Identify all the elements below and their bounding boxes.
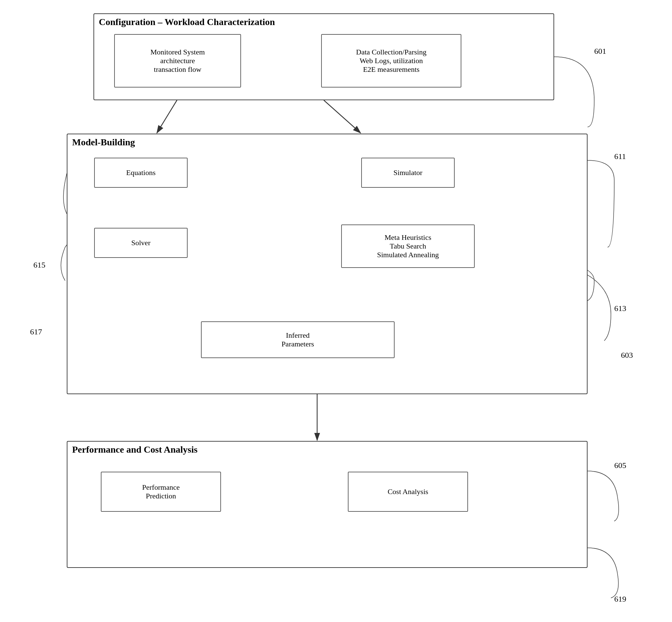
ref-601: 601: [594, 47, 606, 56]
ref-613: 613: [614, 304, 626, 313]
meta-text: Meta HeuristicsTabu SearchSimulated Anne…: [377, 233, 439, 259]
monitored-system-text: Monitored Systemarchitecturetransaction …: [150, 48, 204, 74]
meta-heuristics-box: Meta HeuristicsTabu SearchSimulated Anne…: [341, 224, 475, 268]
diagram-container: Configuration – Workload Characterizatio…: [27, 13, 648, 608]
monitored-system-box: Monitored Systemarchitecturetransaction …: [114, 34, 241, 88]
svg-line-2: [157, 100, 177, 133]
performance-prediction-box: PerformancePrediction: [101, 472, 221, 512]
config-box-title: Configuration – Workload Characterizatio…: [94, 14, 554, 29]
data-collection-text: Data Collection/ParsingWeb Logs, utiliza…: [356, 48, 426, 74]
simulator-box: Simulator: [361, 158, 455, 188]
solver-text: Solver: [131, 239, 150, 247]
equations-text: Equations: [126, 168, 156, 177]
equations-box: Equations: [94, 158, 188, 188]
perf-prediction-text: PerformancePrediction: [142, 483, 180, 500]
inferred-parameters-box: InferredParameters: [201, 321, 395, 358]
config-workload-box: Configuration – Workload Characterizatio…: [94, 13, 554, 100]
ref-603: 603: [621, 351, 633, 360]
ref-615: 615: [33, 261, 45, 270]
cost-analysis-box: Cost Analysis: [348, 472, 468, 512]
perf-box-title: Performance and Cost Analysis: [67, 442, 587, 456]
svg-line-3: [324, 100, 361, 133]
data-collection-box: Data Collection/ParsingWeb Logs, utiliza…: [321, 34, 461, 88]
ref-605: 605: [614, 461, 626, 470]
ref-619: 619: [614, 595, 626, 603]
solver-box: Solver: [94, 228, 188, 258]
ref-617: 617: [30, 327, 42, 336]
model-box-title: Model-Building: [67, 134, 587, 149]
simulator-text: Simulator: [394, 168, 423, 177]
cost-analysis-text: Cost Analysis: [387, 487, 428, 496]
model-building-box: Model-Building Equations Solver Simulato…: [67, 134, 588, 394]
ref-611: 611: [614, 152, 626, 161]
inferred-text: InferredParameters: [282, 331, 314, 348]
performance-cost-box: Performance and Cost Analysis Performanc…: [67, 441, 588, 568]
